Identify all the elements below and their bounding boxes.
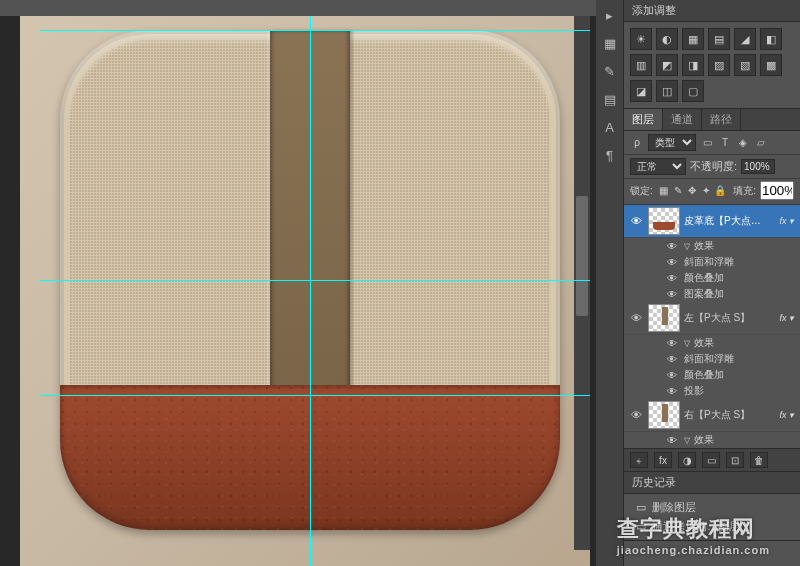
visibility-icon[interactable]: 👁	[664, 370, 680, 381]
filter-adjust-icon[interactable]: T	[718, 136, 732, 150]
adjustment-icon[interactable]: ▧	[734, 54, 756, 76]
visibility-icon[interactable]: 👁	[628, 409, 644, 421]
adjustments-header[interactable]: 添加调整	[624, 0, 800, 22]
layer-row[interactable]: 👁右【P大点 S】fx ▾	[624, 399, 800, 432]
visibility-icon[interactable]: 👁	[664, 386, 680, 397]
visibility-icon[interactable]: 👁	[664, 257, 680, 268]
layer-row[interactable]: 👁左【P大点 S】fx ▾	[624, 302, 800, 335]
history-header[interactable]: 历史记录	[624, 472, 800, 494]
chevron-down-icon[interactable]: ▽	[684, 242, 690, 251]
history-item[interactable]: ▭删除图层	[630, 498, 794, 517]
styles-icon[interactable]: ▤	[601, 90, 619, 108]
visibility-icon[interactable]: 👁	[664, 241, 680, 252]
filter-type-icon[interactable]: ◈	[736, 136, 750, 150]
fill-input[interactable]	[760, 181, 794, 200]
layer-thumbnail[interactable]	[648, 401, 680, 429]
fx-badge[interactable]: fx ▾	[777, 216, 796, 226]
layers-footer-button[interactable]: ◑	[678, 452, 696, 468]
filter-kind-select[interactable]: 类型	[648, 134, 696, 151]
layers-filter-row: ρ 类型 ▭ T ◈ ▱	[624, 131, 800, 155]
fx-badge[interactable]: fx ▾	[777, 313, 796, 323]
brushes-icon[interactable]: ✎	[601, 62, 619, 80]
adjustment-icon[interactable]: ▦	[682, 28, 704, 50]
blend-mode-select[interactable]: 正常	[630, 158, 686, 175]
character-icon[interactable]: A	[601, 118, 619, 136]
guide-horizontal[interactable]	[40, 30, 590, 31]
adjustment-icon[interactable]: ◩	[656, 54, 678, 76]
layer-row[interactable]: 👁皮革底【P大点…fx ▾	[624, 205, 800, 238]
visibility-icon[interactable]: 👁	[628, 215, 644, 227]
adjustment-icon[interactable]: ◨	[682, 54, 704, 76]
chevron-down-icon[interactable]: ▽	[684, 339, 690, 348]
tab-channels[interactable]: 通道	[663, 109, 702, 130]
visibility-icon[interactable]: 👁	[664, 435, 680, 446]
layer-name: 右【P大点 S】	[684, 408, 773, 422]
layers-footer-button[interactable]: ⍅	[630, 452, 648, 468]
ruler-top[interactable]	[0, 0, 596, 16]
layers-footer-button[interactable]: ⊡	[726, 452, 744, 468]
history-item[interactable]: ▭通过拷贝的…图层	[630, 517, 794, 536]
adjustment-icon[interactable]: ▩	[760, 54, 782, 76]
scroll-thumb[interactable]	[576, 196, 588, 316]
guide-vertical[interactable]	[310, 0, 311, 566]
filter-pixel-icon[interactable]: ▭	[700, 136, 714, 150]
layer-thumbnail[interactable]	[648, 304, 680, 332]
layers-footer-button[interactable]: ▭	[702, 452, 720, 468]
visibility-icon[interactable]: 👁	[628, 312, 644, 324]
adjustment-icon[interactable]: ▤	[708, 28, 730, 50]
layer-effect-row[interactable]: 👁▽效果	[624, 432, 800, 448]
lock-icon[interactable]: ✦	[699, 184, 713, 198]
layer-effect-row[interactable]: 👁颜色叠加	[624, 270, 800, 286]
visibility-icon[interactable]: 👁	[664, 289, 680, 300]
layer-effect-row[interactable]: 👁颜色叠加	[624, 367, 800, 383]
adjustment-icon[interactable]: ◢	[734, 28, 756, 50]
fx-badge[interactable]: fx ▾	[777, 410, 796, 420]
document-canvas[interactable]	[20, 0, 590, 566]
effect-label: 斜面和浮雕	[684, 255, 734, 269]
effect-label: 斜面和浮雕	[684, 352, 734, 366]
layer-effect-row[interactable]: 👁图案叠加	[624, 286, 800, 302]
filter-shape-icon[interactable]: ▱	[754, 136, 768, 150]
layer-effect-row[interactable]: 👁▽效果	[624, 238, 800, 254]
paragraph-icon[interactable]: ¶	[601, 146, 619, 164]
collapse-icon[interactable]: ▸	[601, 6, 619, 24]
adjustment-icon[interactable]: ▢	[682, 80, 704, 102]
layers-list: 👁皮革底【P大点…fx ▾👁▽效果👁斜面和浮雕👁颜色叠加👁图案叠加👁左【P大点 …	[624, 205, 800, 448]
layer-effect-row[interactable]: 👁投影	[624, 383, 800, 399]
adjustment-icon[interactable]: ▥	[630, 54, 652, 76]
layer-name: 皮革底【P大点…	[684, 214, 773, 228]
swatches-icon[interactable]: ▦	[601, 34, 619, 52]
visibility-icon[interactable]: 👁	[664, 273, 680, 284]
tab-layers[interactable]: 图层	[624, 109, 663, 130]
tab-paths[interactable]: 路径	[702, 109, 741, 130]
layer-effect-row[interactable]: 👁▽效果	[624, 335, 800, 351]
adjustment-icon[interactable]: ◪	[630, 80, 652, 102]
opacity-input[interactable]	[741, 159, 775, 174]
lock-icon[interactable]: ✥	[685, 184, 699, 198]
layer-effect-row[interactable]: 👁斜面和浮雕	[624, 351, 800, 367]
adjustment-icon[interactable]: ☀	[630, 28, 652, 50]
effect-label: 颜色叠加	[684, 368, 724, 382]
visibility-icon[interactable]: 👁	[664, 338, 680, 349]
chevron-down-icon[interactable]: ▽	[684, 436, 690, 445]
search-icon[interactable]: ρ	[630, 136, 644, 150]
visibility-icon[interactable]: 👁	[664, 354, 680, 365]
layer-thumbnail[interactable]	[648, 207, 680, 235]
layer-effect-row[interactable]: 👁斜面和浮雕	[624, 254, 800, 270]
guide-horizontal[interactable]	[40, 395, 590, 396]
fill-label: 填充:	[733, 184, 756, 198]
layers-footer-button[interactable]: 🗑	[750, 452, 768, 468]
lock-icon[interactable]: ✎	[671, 184, 685, 198]
adjustment-icon[interactable]: ◧	[760, 28, 782, 50]
guide-horizontal[interactable]	[40, 280, 590, 281]
canvas-scrollbar[interactable]	[574, 16, 590, 550]
layers-panel: 图层 通道 路径 ρ 类型 ▭ T ◈ ▱ 正常 不透明度: 锁定: ▦✎✥✦🔒	[624, 109, 800, 472]
adjustment-icon[interactable]: ◫	[656, 80, 678, 102]
layers-tabs: 图层 通道 路径	[624, 109, 800, 131]
layers-footer-button[interactable]: fx	[654, 452, 672, 468]
lock-icon[interactable]: 🔒	[713, 184, 727, 198]
right-panels: ▸ ▦ ✎ ▤ A ¶ 添加调整 ☀◐▦▤◢◧▥◩◨▨▧▩◪◫▢ 图层 通道 路…	[596, 0, 800, 566]
adjustment-icon[interactable]: ▨	[708, 54, 730, 76]
adjustment-icon[interactable]: ◐	[656, 28, 678, 50]
lock-icon[interactable]: ▦	[657, 184, 671, 198]
